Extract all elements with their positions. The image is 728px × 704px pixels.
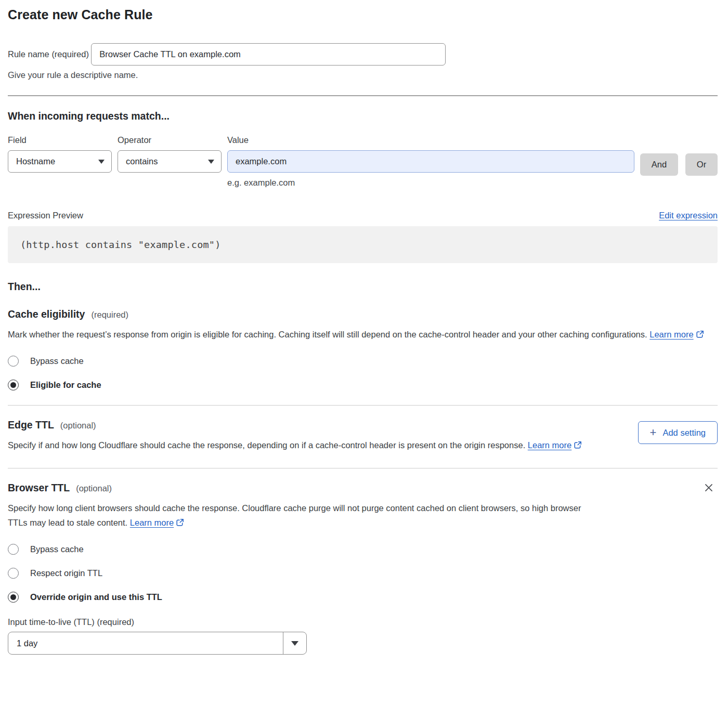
cache-eligibility-section: Cache eligibility (required) Mark whethe… bbox=[8, 308, 718, 390]
chevron-down-icon bbox=[98, 160, 105, 164]
or-button[interactable]: Or bbox=[685, 153, 718, 176]
then-heading: Then... bbox=[8, 281, 718, 293]
divider bbox=[8, 468, 718, 468]
edge-ttl-title: Edge TTL bbox=[8, 419, 54, 431]
operator-label: Operator bbox=[118, 135, 222, 145]
match-condition-row: Field Hostname Operator contains Value e… bbox=[8, 135, 718, 188]
close-icon[interactable] bbox=[701, 480, 717, 496]
radio-icon bbox=[8, 356, 19, 367]
edge-ttl-description: Specify if and how long Cloudflare shoul… bbox=[8, 438, 582, 453]
browser-ttl-learn-more-link[interactable]: Learn more bbox=[130, 518, 174, 527]
divider bbox=[8, 95, 718, 96]
browser-ttl-description: Specify how long client browsers should … bbox=[8, 501, 595, 531]
radio-label: Respect origin TTL bbox=[30, 568, 102, 578]
rule-name-helper: Give your rule a descriptive name. bbox=[8, 70, 718, 80]
expression-preview-header: Expression Preview Edit expression bbox=[8, 211, 718, 220]
plus-icon: + bbox=[650, 427, 657, 438]
external-link-icon bbox=[176, 516, 184, 531]
browser-ttl-section: Browser TTL (optional) Specify how long … bbox=[8, 482, 718, 655]
radio-eligible-for-cache[interactable]: Eligible for cache bbox=[8, 380, 718, 390]
field-select[interactable]: Hostname bbox=[8, 150, 112, 173]
radio-icon bbox=[8, 544, 19, 555]
edge-ttl-description-text: Specify if and how long Cloudflare shoul… bbox=[8, 440, 525, 450]
browser-ttl-radio-group: Bypass cache Respect origin TTL Override… bbox=[8, 544, 718, 603]
ttl-input-label: Input time-to-live (TTL) (required) bbox=[8, 617, 718, 627]
edge-ttl-title-row: Edge TTL (optional) bbox=[8, 419, 582, 431]
match-heading: When incoming requests match... bbox=[8, 110, 718, 122]
field-select-value: Hostname bbox=[16, 157, 55, 166]
radio-label: Bypass cache bbox=[30, 544, 84, 554]
radio-bypass-cache[interactable]: Bypass cache bbox=[8, 356, 718, 367]
ttl-select-arrow-button[interactable] bbox=[283, 632, 306, 654]
cache-eligibility-title-row: Cache eligibility (required) bbox=[8, 308, 718, 320]
radio-icon bbox=[8, 380, 19, 390]
cache-eligibility-description-text: Mark whether the request’s response from… bbox=[8, 330, 647, 339]
add-setting-label: Add setting bbox=[662, 428, 706, 438]
field-label: Field bbox=[8, 135, 112, 145]
page-title: Create new Cache Rule bbox=[8, 7, 718, 22]
chevron-down-icon bbox=[291, 641, 298, 646]
field-column: Field Hostname bbox=[8, 135, 112, 173]
value-helper: e.g. example.com bbox=[227, 178, 634, 188]
rule-name-input[interactable] bbox=[91, 43, 446, 66]
value-column: Value e.g. example.com bbox=[227, 135, 634, 188]
cache-eligibility-qualifier: (required) bbox=[91, 310, 128, 320]
operator-column: Operator contains bbox=[118, 135, 222, 173]
external-link-icon bbox=[574, 439, 582, 453]
edit-expression-link[interactable]: Edit expression bbox=[659, 211, 718, 220]
radio-respect-origin-ttl[interactable]: Respect origin TTL bbox=[8, 568, 718, 579]
cache-eligibility-title: Cache eligibility bbox=[8, 308, 85, 320]
radio-icon bbox=[8, 592, 19, 603]
expression-code: (http.host contains "example.com") bbox=[20, 239, 221, 250]
radio-bypass-cache-browser[interactable]: Bypass cache bbox=[8, 544, 718, 555]
ttl-select-value: 1 day bbox=[8, 632, 283, 654]
radio-icon bbox=[8, 568, 19, 579]
value-label: Value bbox=[227, 135, 634, 145]
chevron-down-icon bbox=[208, 160, 214, 164]
browser-ttl-description-text: Specify how long client browsers should … bbox=[8, 503, 581, 527]
edge-ttl-learn-more-link[interactable]: Learn more bbox=[528, 440, 571, 450]
expression-code-block: (http.host contains "example.com") bbox=[8, 226, 718, 263]
cache-eligibility-radio-group: Bypass cache Eligible for cache bbox=[8, 356, 718, 390]
and-button[interactable]: And bbox=[640, 153, 678, 176]
ttl-select[interactable]: 1 day bbox=[8, 632, 307, 655]
browser-ttl-qualifier: (optional) bbox=[76, 484, 112, 493]
external-link-icon bbox=[696, 328, 704, 343]
rule-name-section: Rule name (required) Give your rule a de… bbox=[8, 38, 718, 80]
create-cache-rule-form: Create new Cache Rule Rule name (require… bbox=[0, 0, 728, 665]
expression-preview-label: Expression Preview bbox=[8, 211, 83, 220]
value-input[interactable] bbox=[227, 150, 634, 173]
operator-select-value: contains bbox=[126, 157, 158, 166]
divider bbox=[8, 405, 718, 406]
cache-eligibility-description: Mark whether the request’s response from… bbox=[8, 327, 710, 343]
browser-ttl-title: Browser TTL bbox=[8, 482, 70, 494]
rule-name-label: Rule name (required) bbox=[8, 49, 89, 59]
radio-label: Override origin and use this TTL bbox=[30, 592, 162, 602]
browser-ttl-title-row: Browser TTL (optional) bbox=[8, 482, 718, 494]
add-setting-button[interactable]: + Add setting bbox=[638, 421, 718, 444]
operator-select[interactable]: contains bbox=[118, 150, 222, 173]
radio-label: Bypass cache bbox=[30, 356, 84, 366]
cache-eligibility-learn-more-link[interactable]: Learn more bbox=[649, 330, 693, 339]
edge-ttl-section: Edge TTL (optional) Specify if and how l… bbox=[8, 419, 718, 453]
radio-override-origin-ttl[interactable]: Override origin and use this TTL bbox=[8, 592, 718, 603]
radio-label: Eligible for cache bbox=[30, 380, 101, 390]
edge-ttl-qualifier: (optional) bbox=[60, 421, 96, 431]
